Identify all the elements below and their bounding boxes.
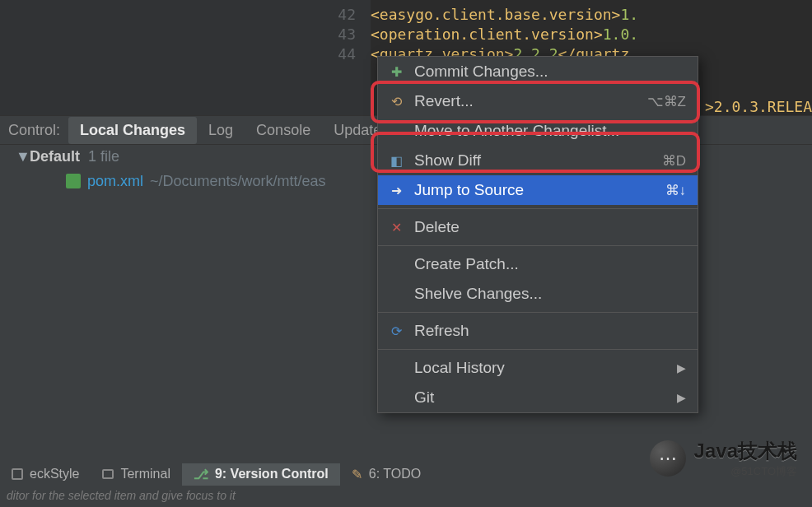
tool-label: Terminal xyxy=(120,467,170,481)
menu-commit-changes[interactable]: ✚ Commit Changes... xyxy=(378,57,698,86)
status-text: ditor for the selected item and give foc… xyxy=(7,489,236,502)
vcs-commit-icon: ✚ xyxy=(386,64,406,80)
xml-tag: <easygo.client.base.version> xyxy=(371,6,620,23)
tool-label: eckStyle xyxy=(30,467,79,481)
menu-create-patch[interactable]: Create Patch... xyxy=(378,249,698,279)
xml-text: 1. xyxy=(620,6,638,23)
menu-move-changelist[interactable]: Move to Another Changelist... xyxy=(378,116,698,146)
menu-shortcut: ⌘D xyxy=(662,152,686,170)
menu-separator xyxy=(378,208,698,209)
menu-show-diff[interactable]: ◧ Show Diff ⌘D xyxy=(378,146,698,175)
tool-version-control[interactable]: ⎇ 9: Version Control xyxy=(182,463,340,486)
menu-delete[interactable]: ✕ Delete xyxy=(378,212,698,242)
editor-gutter: 42 43 44 xyxy=(0,0,371,115)
terminal-icon xyxy=(102,469,114,479)
vc-label: Control: xyxy=(0,117,68,144)
checkstyle-icon xyxy=(12,468,23,480)
vcs-icon: ⎇ xyxy=(194,467,208,482)
menu-local-history[interactable]: Local History ▶ xyxy=(378,353,698,383)
delete-icon: ✕ xyxy=(386,220,406,235)
menu-label: Local History xyxy=(414,359,669,377)
xml-fragment: >2.0.3.RELEA xyxy=(705,98,812,115)
revert-icon: ⟲ xyxy=(386,94,406,109)
tab-log[interactable]: Log xyxy=(197,117,245,144)
tab-local-changes[interactable]: Local Changes xyxy=(68,117,197,144)
menu-label: Refresh xyxy=(414,322,686,340)
menu-label: Show Diff xyxy=(414,151,662,170)
menu-shortcut: ⌥⌘Z xyxy=(647,93,686,110)
tool-checkstyle[interactable]: eckStyle xyxy=(0,463,91,485)
file-name: pom.xml xyxy=(87,173,143,190)
menu-label: Create Patch... xyxy=(414,255,686,273)
status-bar: ditor for the selected item and give foc… xyxy=(0,487,812,507)
menu-separator xyxy=(378,312,698,313)
tab-console[interactable]: Console xyxy=(245,117,322,144)
tool-left-rail xyxy=(0,145,7,461)
menu-label: Commit Changes... xyxy=(414,63,686,81)
jump-icon: ➜ xyxy=(386,183,406,198)
menu-git[interactable]: Git ▶ xyxy=(378,383,698,412)
xml-tag: <operation.client.version> xyxy=(371,26,603,43)
menu-label: Jump to Source xyxy=(414,181,665,199)
todo-icon: ✎ xyxy=(352,467,362,482)
menu-separator xyxy=(378,349,698,350)
menu-separator xyxy=(378,245,698,246)
watermark-subtitle: @51CTO博客 xyxy=(694,464,797,479)
watermark: ⋯ Java技术栈 @51CTO博客 xyxy=(650,438,797,479)
menu-label: Git xyxy=(414,388,669,407)
menu-jump-to-source[interactable]: ➜ Jump to Source ⌘↓ xyxy=(378,175,698,205)
diff-icon: ◧ xyxy=(386,153,406,169)
menu-label: Revert... xyxy=(414,92,647,110)
line-number: 44 xyxy=(0,44,356,64)
changelist-name: Default xyxy=(30,148,80,165)
caret-down-icon: ▼ xyxy=(16,148,30,165)
menu-revert[interactable]: ⟲ Revert... ⌥⌘Z xyxy=(378,86,698,116)
menu-label: Shelve Changes... xyxy=(414,285,686,303)
tool-label: 6: TODO xyxy=(369,467,421,481)
file-path: ~/Documents/work/mtt/eas xyxy=(150,173,326,190)
xml-file-icon xyxy=(66,174,81,188)
submenu-arrow-icon: ▶ xyxy=(677,361,686,374)
watermark-logo-icon: ⋯ xyxy=(650,440,686,477)
tool-label: 9: Version Control xyxy=(215,467,329,481)
tool-terminal[interactable]: Terminal xyxy=(91,463,181,485)
watermark-title: Java技术栈 xyxy=(694,438,797,464)
refresh-icon: ⟳ xyxy=(386,323,406,339)
submenu-arrow-icon: ▶ xyxy=(677,391,686,404)
menu-refresh[interactable]: ⟳ Refresh xyxy=(378,316,698,346)
line-number: 43 xyxy=(0,25,356,44)
context-menu: ✚ Commit Changes... ⟲ Revert... ⌥⌘Z Move… xyxy=(377,56,698,413)
menu-shortcut: ⌘↓ xyxy=(665,182,687,199)
changelist-count: 1 file xyxy=(88,148,119,165)
line-number: 42 xyxy=(0,5,356,25)
menu-label: Move to Another Changelist... xyxy=(414,122,686,140)
tool-todo[interactable]: ✎ 6: TODO xyxy=(340,463,432,486)
xml-text: 1.0. xyxy=(603,26,638,43)
menu-shelve-changes[interactable]: Shelve Changes... xyxy=(378,279,698,309)
menu-label: Delete xyxy=(414,218,686,236)
